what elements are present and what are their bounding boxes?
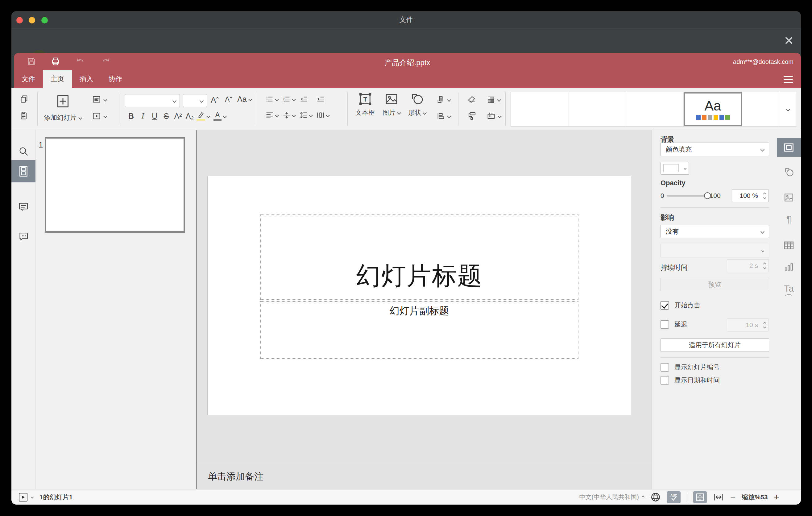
slide-title-text[interactable]: 幻灯片标题 xyxy=(356,260,483,293)
theme-cell[interactable] xyxy=(626,92,684,126)
notes-placeholder-text[interactable]: 单击添加备注 xyxy=(208,470,263,483)
menu-icon[interactable] xyxy=(784,76,793,83)
increase-font-button[interactable]: A xyxy=(211,95,219,105)
decrease-font-button[interactable]: A xyxy=(225,95,232,104)
chat-button[interactable] xyxy=(11,227,35,245)
underline-button[interactable]: U xyxy=(150,112,160,121)
copy-icon[interactable] xyxy=(20,95,28,104)
slide-size-button[interactable] xyxy=(487,112,501,120)
copy-style-icon[interactable] xyxy=(467,111,477,121)
line-spacing-button[interactable] xyxy=(299,111,312,119)
start-on-click-checkbox[interactable] xyxy=(661,301,669,310)
shape-settings-button[interactable] xyxy=(777,163,801,181)
theme-cell[interactable] xyxy=(742,92,779,126)
columns-button[interactable] xyxy=(317,111,329,119)
increase-indent-icon[interactable] xyxy=(316,95,325,103)
fit-slide-icon xyxy=(696,493,704,501)
app-window: 文件 产品介绍.pptx adm***@dootask.com xyxy=(11,11,801,505)
insert-shape-button[interactable]: 形状 xyxy=(408,92,426,117)
font-color-button[interactable]: A xyxy=(213,111,226,121)
save-icon[interactable] xyxy=(27,57,36,66)
theme-cell[interactable] xyxy=(511,92,569,126)
toolbar-divider xyxy=(256,92,256,125)
clear-style-icon[interactable] xyxy=(467,95,477,104)
insert-textbox-button[interactable]: T 文本框 xyxy=(355,92,375,117)
tab-insert[interactable]: 插入 xyxy=(72,70,101,88)
chart-settings-button[interactable] xyxy=(777,258,801,276)
theme-cell[interactable] xyxy=(569,92,626,126)
highlight-color-button[interactable] xyxy=(197,111,210,121)
close-icon[interactable] xyxy=(784,36,793,45)
align-shape-button[interactable] xyxy=(437,112,451,120)
notes-area[interactable]: 单击添加备注 xyxy=(197,464,651,489)
opacity-slider[interactable] xyxy=(667,195,707,197)
numbering-button[interactable]: 123 xyxy=(283,95,295,103)
font-size-select[interactable] xyxy=(183,94,207,107)
ribbon-toolbar: 添加幻灯片 A A Aa B I U S xyxy=(11,88,801,130)
numbering-icon: 123 xyxy=(283,95,291,103)
insert-image-button[interactable]: 图片 xyxy=(382,92,401,117)
vertical-align-button[interactable] xyxy=(283,111,295,119)
print-icon[interactable] xyxy=(51,57,60,66)
add-slide-button[interactable]: 添加幻灯片 xyxy=(40,92,86,126)
select-fill-button[interactable] xyxy=(487,95,500,104)
fill-color-picker[interactable] xyxy=(661,162,689,175)
effect-select[interactable]: 没有 xyxy=(661,225,769,238)
delay-checkbox[interactable] xyxy=(661,320,669,329)
horizontal-align-button[interactable] xyxy=(266,111,278,119)
tab-home[interactable]: 主页 xyxy=(43,70,72,88)
tab-collaboration[interactable]: 协作 xyxy=(101,70,130,88)
fit-width-icon[interactable] xyxy=(713,492,724,502)
main-area: 1 幻灯片标题 幻灯片副标题 单击添加备注 背景 xyxy=(11,130,801,489)
strikethrough-button[interactable]: S xyxy=(161,112,171,121)
change-layout-button[interactable] xyxy=(92,95,107,104)
zoom-out-button[interactable]: − xyxy=(730,492,736,502)
bullets-button[interactable] xyxy=(266,95,278,103)
align-top-icon xyxy=(283,111,291,119)
subtitle-placeholder[interactable]: 幻灯片副标题 xyxy=(260,301,578,359)
superscript-button[interactable]: A² xyxy=(173,112,183,121)
italic-button[interactable]: I xyxy=(138,112,148,120)
opacity-value-spinner[interactable]: 100 % xyxy=(732,189,769,202)
slide-subtitle-text[interactable]: 幻灯片副标题 xyxy=(390,304,449,318)
slides-panel-button[interactable] xyxy=(11,160,35,182)
language-button[interactable]: 中文(中华人民共和国) xyxy=(579,493,644,501)
paste-icon[interactable] xyxy=(20,111,28,120)
comments-button[interactable] xyxy=(11,198,35,216)
slide-thumbnail[interactable] xyxy=(45,137,185,233)
show-slide-number-checkbox[interactable] xyxy=(661,363,669,372)
fill-type-select[interactable]: 颜色填充 xyxy=(661,143,769,156)
slider-knob[interactable] xyxy=(704,192,711,199)
redo-icon[interactable] xyxy=(101,57,111,66)
apply-to-all-slides-button[interactable]: 适用于所有幻灯片 xyxy=(661,338,769,352)
arrange-shape-button[interactable] xyxy=(437,95,451,104)
chevron-down-icon xyxy=(78,116,82,120)
slide-editing-area[interactable]: 幻灯片标题 幻灯片副标题 xyxy=(207,176,632,415)
start-preview-button[interactable] xyxy=(19,493,27,501)
spellcheck-button[interactable]: ABC xyxy=(667,491,680,503)
start-slideshow-button[interactable] xyxy=(92,112,107,120)
font-name-select[interactable] xyxy=(125,94,180,107)
search-button[interactable] xyxy=(11,142,35,161)
undo-icon[interactable] xyxy=(76,57,85,66)
image-settings-button[interactable] xyxy=(777,188,801,207)
theme-cell-selected[interactable]: Aa xyxy=(684,92,742,126)
zoom-in-button[interactable]: + xyxy=(774,492,779,502)
table-settings-button[interactable] xyxy=(777,236,801,255)
textart-settings-button[interactable]: Ta xyxy=(777,281,801,299)
duration-label: 持续时间 xyxy=(661,263,688,272)
slide-settings-button[interactable] xyxy=(777,138,801,157)
chevron-down-icon[interactable] xyxy=(31,496,34,499)
subscript-button[interactable]: A₂ xyxy=(185,112,195,121)
decrease-indent-icon[interactable] xyxy=(299,95,308,103)
title-placeholder[interactable]: 幻灯片标题 xyxy=(260,214,578,300)
paragraph-settings-button[interactable]: ¶ xyxy=(777,210,801,228)
tab-file[interactable]: 文件 xyxy=(14,70,43,88)
theme-gallery-expand-button[interactable] xyxy=(779,92,796,126)
show-date-time-checkbox[interactable] xyxy=(661,376,669,384)
fit-slide-button[interactable] xyxy=(693,491,707,503)
bold-button[interactable]: B xyxy=(126,112,136,121)
change-case-button[interactable]: Aa xyxy=(237,95,252,104)
globe-icon[interactable] xyxy=(650,492,661,503)
arrange-icon xyxy=(437,95,445,104)
